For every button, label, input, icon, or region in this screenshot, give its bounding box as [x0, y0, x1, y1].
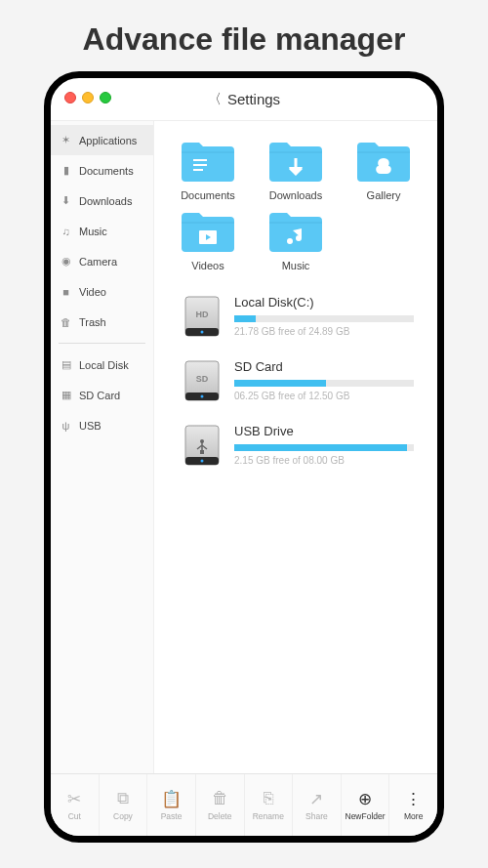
- sidebar-item-label: Downloads: [79, 195, 132, 207]
- drive-stats: 06.25 GB free of 12.50 GB: [234, 391, 414, 401]
- svg-rect-1: [193, 164, 207, 166]
- apps-icon: ✶: [60, 134, 72, 146]
- download-icon: ⬇: [60, 194, 72, 207]
- sidebar-item-camera[interactable]: ◉Camera: [51, 246, 153, 276]
- trash-icon: 🗑: [60, 315, 72, 328]
- maximize-window-button[interactable]: [100, 92, 111, 103]
- drive-name: SD Card: [234, 359, 414, 374]
- toolbar-label: More: [404, 811, 423, 821]
- newfolder-icon: ⊕: [358, 789, 372, 808]
- folder-icon: [180, 209, 236, 254]
- folder-music[interactable]: Music: [254, 209, 338, 271]
- share-button[interactable]: ↗Share: [293, 774, 342, 836]
- folder-documents[interactable]: Documents: [166, 139, 250, 201]
- sidebar: ✶Applications▮Documents⬇Downloads♫Music◉…: [51, 121, 154, 773]
- folder-icon: [355, 139, 412, 184]
- sidebar-item-documents[interactable]: ▮Documents: [51, 155, 153, 186]
- copy-icon: ⧉: [117, 789, 129, 808]
- music-icon: ♫: [60, 225, 72, 237]
- drive-local-disk-c-[interactable]: HDLocal Disk(C:)21.78 GB free of 24.89 G…: [183, 295, 426, 338]
- folder-downloads[interactable]: Downloads: [254, 139, 338, 201]
- sidebar-item-label: USB: [79, 420, 102, 432]
- chevron-left-icon: 〈: [208, 91, 222, 108]
- svg-point-6: [201, 331, 204, 334]
- sidebar-item-label: Video: [79, 286, 106, 298]
- sidebar-item-usb[interactable]: ψUSB: [51, 410, 153, 440]
- drive-usage-fill: [234, 444, 407, 451]
- sidebar-item-label: Documents: [79, 165, 134, 177]
- drive-usage-bar: [234, 444, 414, 451]
- header-title: Settings: [227, 91, 280, 107]
- video-icon: ■: [60, 285, 72, 298]
- folder-label: Downloads: [269, 189, 322, 201]
- drive-name: USB Drive: [234, 424, 414, 438]
- svg-text:SD: SD: [196, 374, 209, 384]
- share-icon: ↗: [309, 789, 323, 808]
- sidebar-item-sd-card[interactable]: ▦SD Card: [51, 380, 153, 410]
- drives-list: HDLocal Disk(C:)21.78 GB free of 24.89 G…: [166, 295, 426, 467]
- paste-icon: 📋: [161, 789, 182, 808]
- sidebar-item-local-disk[interactable]: ▤Local Disk: [51, 350, 153, 380]
- minimize-window-button[interactable]: [82, 92, 94, 103]
- more-button[interactable]: ⋮More: [389, 774, 437, 836]
- close-window-button[interactable]: [64, 92, 76, 103]
- doc-icon: ▮: [60, 164, 72, 177]
- toolbar-label: Copy: [113, 811, 133, 821]
- svg-text:HD: HD: [196, 310, 209, 319]
- paste-button[interactable]: 📋Paste: [147, 774, 196, 836]
- folder-grid: DocumentsDownloadsGalleryVideosMusic: [166, 139, 426, 271]
- folder-videos[interactable]: Videos: [166, 209, 250, 271]
- sidebar-item-downloads[interactable]: ⬇Downloads: [51, 186, 153, 216]
- drive-icon: SD: [183, 359, 221, 402]
- back-button[interactable]: 〈 Settings: [208, 91, 280, 108]
- toolbar-label: NewFolder: [346, 811, 386, 821]
- folder-label: Documents: [181, 189, 235, 201]
- phone-frame: 〈 Settings ✶Applications▮Documents⬇Downl…: [44, 71, 444, 843]
- folder-icon: [267, 209, 324, 254]
- delete-button[interactable]: 🗑Delete: [196, 774, 245, 836]
- delete-icon: 🗑: [212, 789, 228, 808]
- drive-info: Local Disk(C:)21.78 GB free of 24.89 GB: [234, 295, 426, 337]
- more-icon: ⋮: [405, 789, 422, 808]
- folder-label: Music: [282, 260, 310, 271]
- sidebar-item-video[interactable]: ■Video: [51, 276, 153, 307]
- drive-usage-fill: [234, 380, 326, 387]
- toolbar-label: Paste: [161, 811, 183, 821]
- disk-icon: ▤: [60, 358, 72, 371]
- folder-icon: [267, 139, 324, 184]
- drive-info: USB Drive2.15 GB free of 08.00 GB: [234, 424, 426, 466]
- toolbar-label: Delete: [208, 811, 232, 821]
- drive-icon: [183, 424, 221, 467]
- camera-icon: ◉: [60, 255, 72, 268]
- sidebar-item-label: Applications: [79, 135, 137, 146]
- newfolder-button[interactable]: ⊕NewFolder: [342, 774, 390, 836]
- drive-name: Local Disk(C:): [234, 295, 414, 310]
- copy-button[interactable]: ⧉Copy: [100, 774, 148, 836]
- sidebar-item-label: Music: [79, 226, 107, 237]
- sidebar-item-trash[interactable]: 🗑Trash: [51, 307, 153, 337]
- page-heading: Advance file manager: [0, 0, 488, 71]
- drive-usage-fill: [234, 315, 256, 322]
- toolbar: ✂Cut⧉Copy📋Paste🗑Delete⎘Rename↗Share⊕NewF…: [51, 773, 437, 836]
- sidebar-item-music[interactable]: ♫Music: [51, 216, 153, 246]
- svg-point-10: [201, 395, 204, 398]
- drive-info: SD Card06.25 GB free of 12.50 GB: [234, 359, 426, 401]
- rename-icon: ⎘: [264, 789, 273, 808]
- sidebar-item-label: Camera: [79, 256, 117, 268]
- drive-stats: 21.78 GB free of 24.89 GB: [234, 326, 414, 337]
- folder-gallery[interactable]: Gallery: [342, 139, 426, 201]
- cut-button[interactable]: ✂Cut: [51, 774, 100, 836]
- svg-rect-2: [193, 169, 203, 171]
- sd-icon: ▦: [60, 389, 72, 401]
- sidebar-item-applications[interactable]: ✶Applications: [51, 125, 153, 155]
- drive-stats: 2.15 GB free of 08.00 GB: [234, 455, 414, 466]
- drive-usb-drive[interactable]: USB Drive2.15 GB free of 08.00 GB: [183, 424, 426, 467]
- drive-icon: HD: [183, 295, 221, 338]
- drive-sd-card[interactable]: SDSD Card06.25 GB free of 12.50 GB: [183, 359, 426, 402]
- toolbar-label: Cut: [68, 811, 81, 821]
- sidebar-item-label: Trash: [79, 316, 106, 328]
- drive-usage-bar: [234, 380, 414, 387]
- sidebar-divider: [59, 343, 145, 344]
- rename-button[interactable]: ⎘Rename: [245, 774, 294, 836]
- usb-icon: ψ: [60, 419, 72, 432]
